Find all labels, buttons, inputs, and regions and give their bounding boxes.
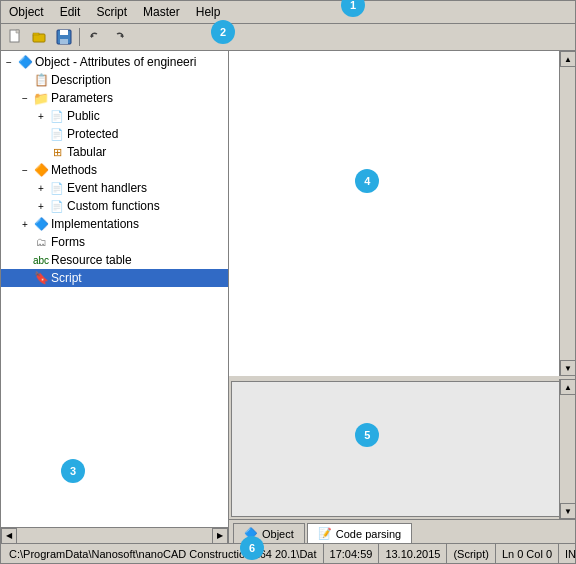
menu-edit[interactable]: Edit [56, 3, 85, 21]
params-icon: 📁 [33, 90, 49, 106]
script-expander [17, 270, 33, 286]
status-date: 13.10.2015 [379, 544, 447, 563]
svg-rect-6 [60, 39, 68, 44]
toolbar: 2 [1, 24, 575, 51]
tree-hscrollbar[interactable]: ◀ ▶ [1, 527, 228, 543]
bottom-scroll-up-btn[interactable]: ▲ [560, 379, 575, 395]
hscroll-right-btn[interactable]: ▶ [212, 528, 228, 544]
event-icon: 📄 [49, 180, 65, 196]
tree-node-public[interactable]: + 📄 Public [1, 107, 228, 125]
right-panels: 4 ▲ ▼ 5 ▲ ▼ [229, 51, 575, 543]
event-expander[interactable]: + [33, 180, 49, 196]
forms-label: Forms [51, 235, 85, 249]
menu-script[interactable]: Script [92, 3, 131, 21]
tab-codeparsing[interactable]: 📝 Code parsing [307, 523, 412, 543]
annotation-1: 1 [341, 0, 365, 17]
forms-icon: 🗂 [33, 234, 49, 250]
svg-marker-1 [16, 30, 19, 33]
methods-label: Methods [51, 163, 97, 177]
params-expander[interactable]: − [17, 90, 33, 106]
status-context: (Script) [447, 544, 495, 563]
top-scroll-down-btn[interactable]: ▼ [560, 360, 575, 376]
forms-expander [17, 234, 33, 250]
redo-button[interactable] [108, 26, 130, 48]
top-editor-panel[interactable]: 4 ▲ ▼ [229, 51, 575, 379]
func-expander[interactable]: + [33, 198, 49, 214]
tree-content[interactable]: − 🔷 Object - Attributes of engineeri 📋 D… [1, 51, 228, 527]
root-expander[interactable]: − [1, 54, 17, 70]
event-label: Event handlers [67, 181, 147, 195]
tab-object-icon: 🔷 [244, 527, 258, 540]
desc-icon: 📋 [33, 72, 49, 88]
bottom-vscrollbar[interactable]: ▲ ▼ [559, 379, 575, 519]
tree-node-description[interactable]: 📋 Description [1, 71, 228, 89]
main-window: 1 Object Edit Script Master Help 2 3 [0, 0, 576, 564]
menu-help[interactable]: Help [192, 3, 225, 21]
public-expander[interactable]: + [33, 108, 49, 124]
save-button[interactable] [53, 26, 75, 48]
hscroll-left-btn[interactable]: ◀ [1, 528, 17, 544]
tabular-expander [33, 144, 49, 160]
protected-expander [33, 126, 49, 142]
tree-panel: 3 − 🔷 Object - Attributes of engineeri 📋… [1, 51, 229, 543]
tab-codeparsing-label: Code parsing [336, 528, 401, 540]
tab-object[interactable]: 🔷 Object [233, 523, 305, 543]
script-label: Script [51, 271, 82, 285]
protected-icon: 📄 [49, 126, 65, 142]
tree-node-methods[interactable]: − 🔶 Methods [1, 161, 228, 179]
tree-node-eventhandlers[interactable]: + 📄 Event handlers [1, 179, 228, 197]
func-label: Custom functions [67, 199, 160, 213]
svg-rect-5 [60, 30, 68, 35]
tree-node-parameters[interactable]: − 📁 Parameters [1, 89, 228, 107]
toolbar-separator-1 [79, 28, 80, 46]
bottom-scroll-track[interactable] [560, 395, 575, 503]
main-area: 3 − 🔷 Object - Attributes of engineeri 📋… [1, 51, 575, 543]
top-scroll-up-btn[interactable]: ▲ [560, 51, 575, 67]
new-button[interactable] [5, 26, 27, 48]
tab-object-label: Object [262, 528, 294, 540]
public-label: Public [67, 109, 100, 123]
func-icon: 📄 [49, 198, 65, 214]
menu-master[interactable]: Master [139, 3, 184, 21]
undo-button[interactable] [84, 26, 106, 48]
status-mode: INS [559, 544, 576, 563]
desc-expander [17, 72, 33, 88]
script-icon: 🔖 [33, 270, 49, 286]
tree-node-script[interactable]: 🔖 Script [1, 269, 228, 287]
status-position: Ln 0 Col 0 [496, 544, 559, 563]
top-scroll-track[interactable] [560, 67, 575, 360]
top-vscrollbar[interactable]: ▲ ▼ [559, 51, 575, 376]
protected-label: Protected [67, 127, 118, 141]
methods-icon: 🔶 [33, 162, 49, 178]
open-button[interactable] [29, 26, 51, 48]
annotation-2: 2 [211, 20, 235, 44]
public-icon: 📄 [49, 108, 65, 124]
tab-codeparsing-icon: 📝 [318, 527, 332, 540]
tree-node-root[interactable]: − 🔷 Object - Attributes of engineeri [1, 53, 228, 71]
root-icon: 🔷 [17, 54, 33, 70]
impl-expander[interactable]: + [17, 216, 33, 232]
tree-node-resourcetable[interactable]: abc Resource table [1, 251, 228, 269]
status-time: 17:04:59 [324, 544, 380, 563]
status-path: C:\ProgramData\Nanosoft\nanoCAD Construc… [3, 544, 324, 563]
res-icon: abc [33, 252, 49, 268]
root-label: Object - Attributes of engineeri [35, 55, 196, 69]
bottom-editor-content[interactable] [231, 381, 573, 517]
tree-node-protected[interactable]: 📄 Protected [1, 125, 228, 143]
tree-node-tabular[interactable]: ⊞ Tabular [1, 143, 228, 161]
tree-node-customfunctions[interactable]: + 📄 Custom functions [1, 197, 228, 215]
bottom-scroll-down-btn[interactable]: ▼ [560, 503, 575, 519]
top-editor-content[interactable] [229, 51, 559, 376]
params-label: Parameters [51, 91, 113, 105]
methods-expander[interactable]: − [17, 162, 33, 178]
svg-rect-3 [33, 33, 39, 35]
tree-node-forms[interactable]: 🗂 Forms [1, 233, 228, 251]
res-expander [17, 252, 33, 268]
tree-node-implementations[interactable]: + 🔷 Implementations [1, 215, 228, 233]
res-label: Resource table [51, 253, 132, 267]
tabular-icon: ⊞ [49, 144, 65, 160]
tabs-bar: 🔷 Object 📝 Code parsing [229, 519, 575, 543]
bottom-panel: 5 ▲ ▼ [229, 379, 575, 519]
menu-object[interactable]: Object [5, 3, 48, 21]
desc-label: Description [51, 73, 111, 87]
